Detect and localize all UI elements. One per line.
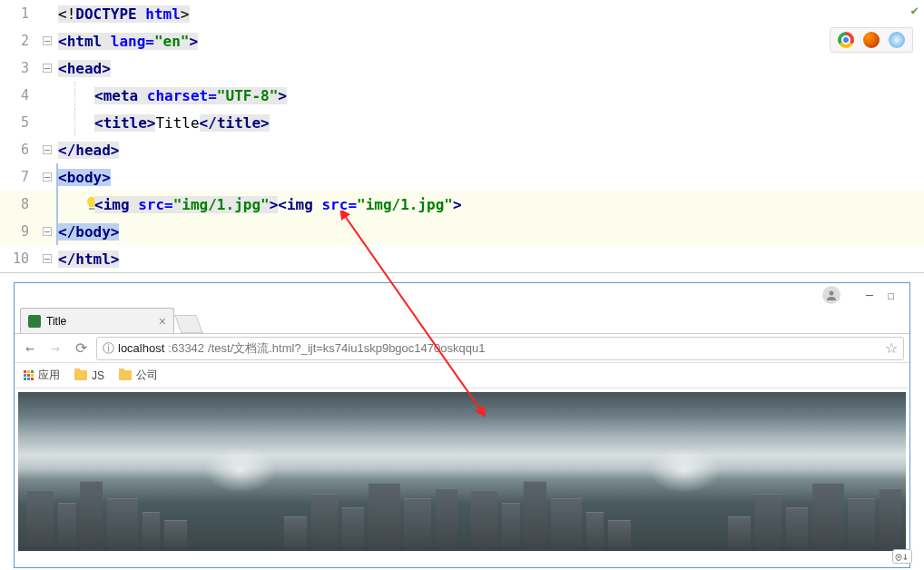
token-text: Title (155, 114, 199, 132)
favicon-icon (28, 315, 41, 328)
browser-titlebar: ─ ☐ (15, 283, 909, 307)
token-doctype: DOCTYPE (75, 5, 145, 23)
token-tag: <title> (94, 114, 155, 132)
bookmark-folder-js[interactable]: JS (74, 369, 104, 382)
new-tab-button[interactable] (174, 315, 202, 333)
token-attr: charset= (147, 87, 217, 104)
token-tag: <body> (58, 169, 111, 186)
token-val: "img/1.jpg" (173, 196, 270, 213)
forward-button[interactable]: → (45, 339, 65, 359)
line-number: 4 (0, 87, 36, 103)
token-val: "UTF-8" (217, 87, 278, 104)
token-attr: src= (138, 196, 173, 213)
token-tag: <html (58, 33, 111, 50)
page-viewport[interactable] (15, 388, 909, 555)
url-host: localhost (118, 341, 164, 355)
line-number: 2 (0, 33, 36, 49)
line-number: 8 (0, 196, 36, 212)
apps-button[interactable]: 应用 (24, 368, 60, 383)
line-number: 3 (0, 60, 36, 76)
bookmark-label: JS (92, 369, 104, 382)
minimize-button[interactable]: ─ (859, 286, 880, 304)
line-number: 7 (0, 169, 36, 185)
token-val: "img/1.jpg" (357, 196, 453, 213)
rendered-image (462, 392, 906, 551)
code-line[interactable]: 6 </head> (0, 136, 924, 163)
line-number: 1 (0, 5, 36, 22)
token-punct: > (181, 5, 190, 23)
fold-toggle-icon[interactable] (43, 36, 52, 45)
line-number: 10 (0, 251, 36, 267)
token-val: "en" (154, 33, 190, 50)
token-tag: </html> (58, 251, 119, 268)
token-tag: <head> (58, 60, 111, 77)
url-path: /test/文档流.html?_ijt=ks74iu1skp9bgoc1470o… (208, 340, 485, 357)
bookmark-label: 公司 (136, 368, 158, 383)
code-line[interactable]: 4 <meta charset="UTF-8"> (0, 82, 924, 109)
code-editor[interactable]: ✔ 1 <!DOCTYPE html> 2 <html lang="en"> 3… (0, 0, 924, 273)
token-punct: > (270, 196, 279, 213)
reload-button[interactable]: ⟳ (71, 339, 91, 359)
back-button[interactable]: ← (20, 339, 40, 359)
line-number: 9 (0, 223, 36, 240)
token-punct: <! (58, 5, 75, 23)
close-tab-icon[interactable]: × (159, 314, 166, 329)
line-number: 5 (0, 114, 36, 131)
apps-label: 应用 (38, 368, 60, 383)
address-bar[interactable]: ⓘ localhost:63342/test/文档流.html?_ijt=ks7… (96, 337, 904, 360)
token-attr: lang= (111, 33, 154, 50)
bookmark-star-icon[interactable]: ☆ (885, 339, 898, 357)
token-punct: > (453, 196, 462, 213)
token-tag: </title> (200, 114, 270, 132)
token-tag: </body> (58, 223, 119, 241)
fold-toggle-icon[interactable] (43, 227, 52, 236)
code-line[interactable]: 1 <!DOCTYPE html> (0, 0, 924, 27)
url-port: :63342 (168, 341, 204, 355)
token-tag: <img (278, 196, 321, 213)
fold-toggle-icon[interactable] (43, 254, 52, 263)
browser-tab[interactable]: Title × (20, 308, 174, 333)
token-tag: </head> (58, 142, 119, 159)
code-line[interactable]: 9 </body> (0, 218, 924, 245)
token-tag: <meta (94, 87, 147, 104)
lens-badge-icon[interactable]: ◎↓ (892, 549, 912, 564)
token-html-kw: html (145, 5, 181, 23)
code-line[interactable]: 3 <head> (0, 54, 924, 82)
browser-window: ─ ☐ Title × ← → ⟳ ⓘ localhost:63342/test… (14, 282, 910, 568)
line-number: 6 (0, 142, 36, 158)
bookmark-folder-company[interactable]: 公司 (119, 368, 158, 383)
token-punct: > (190, 33, 199, 50)
folder-icon (74, 370, 87, 380)
user-avatar-icon[interactable] (822, 286, 840, 304)
bookmarks-bar: 应用 JS 公司 (15, 363, 909, 388)
code-line[interactable]: 7 <body> (0, 163, 924, 191)
code-line[interactable]: 10 </html> (0, 245, 924, 272)
code-line[interactable]: 8 <img src="img/1.jpg"><img src="img/1.j… (0, 191, 924, 218)
address-bar-row: ← → ⟳ ⓘ localhost:63342/test/文档流.html?_i… (15, 334, 909, 363)
apps-grid-icon (24, 370, 34, 380)
maximize-button[interactable]: ☐ (880, 286, 902, 304)
token-tag: <img (94, 196, 138, 213)
code-line[interactable]: 2 <html lang="en"> (0, 27, 924, 54)
tab-title: Title (46, 315, 66, 328)
tabs-bar: Title × (15, 307, 909, 334)
fold-toggle-icon[interactable] (43, 145, 52, 154)
svg-point-4 (830, 291, 834, 296)
code-line[interactable]: 5 <title>Title</title> (0, 109, 924, 136)
token-punct: > (278, 87, 287, 104)
fold-toggle-icon[interactable] (43, 172, 52, 182)
site-info-icon[interactable]: ⓘ (103, 340, 114, 357)
folder-icon (119, 370, 132, 380)
rendered-image (18, 392, 462, 551)
fold-toggle-icon[interactable] (43, 64, 52, 73)
token-attr: src= (321, 196, 357, 213)
